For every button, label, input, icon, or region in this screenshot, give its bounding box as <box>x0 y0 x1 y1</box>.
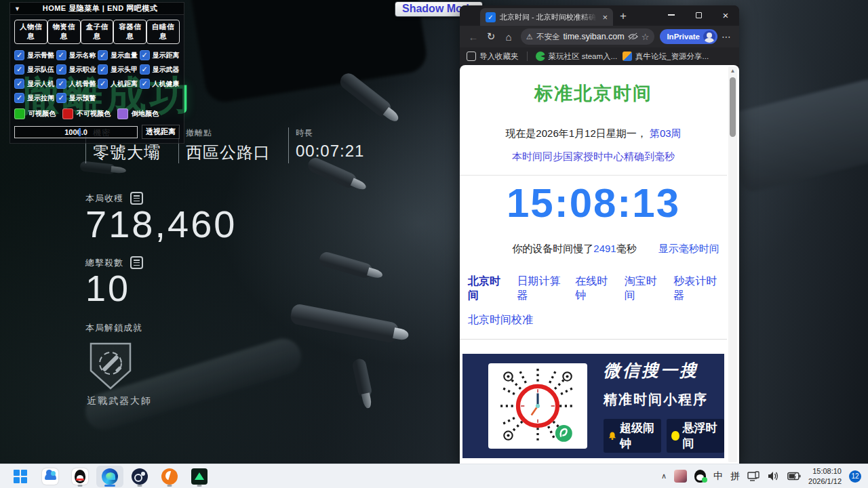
checkbox-checked-icon[interactable] <box>140 50 150 60</box>
bookmark-zhenniu[interactable]: 真牛论坛_资源分享... <box>623 52 709 62</box>
taskbar-cloud-app[interactable] <box>37 466 64 487</box>
refresh-icon[interactable]: ↻ <box>483 30 499 43</box>
taskbar-edge-app[interactable] <box>96 466 123 487</box>
checkbox-show-name[interactable]: 显示名称 <box>56 50 97 60</box>
tray-avatar-icon[interactable] <box>674 470 687 483</box>
new-tab-button[interactable]: + <box>620 9 627 23</box>
battery-icon[interactable] <box>787 472 801 481</box>
checkbox-show-team[interactable]: 显示队伍 <box>14 64 55 75</box>
checkbox-bot-health[interactable]: 人机健康 <box>140 79 180 89</box>
nav-beijing-time[interactable]: 北京时间 <box>468 274 504 303</box>
checkbox-bot-distance[interactable]: 人机距离 <box>98 79 138 89</box>
ime-language-indicator[interactable]: 中 <box>713 470 723 483</box>
show-ms-link[interactable]: 显示毫秒时间 <box>658 243 719 256</box>
checkbox-checked-icon[interactable] <box>140 79 150 89</box>
checkbox-show-distance[interactable]: 显示距离 <box>140 50 180 60</box>
checkbox-checked-icon[interactable] <box>98 64 108 75</box>
checkbox-show-class[interactable]: 显示职业 <box>56 64 97 75</box>
downed-color-swatch[interactable] <box>117 108 128 119</box>
visible-color-setting[interactable]: 可视颜色 <box>14 108 56 119</box>
minimize-button[interactable] <box>658 5 685 24</box>
checkbox-checked-icon[interactable] <box>14 79 24 89</box>
hud-evac-point: 撤離點 西區公路口 <box>178 127 288 163</box>
checkbox-bot-bones[interactable]: 人机骨骼 <box>56 79 97 89</box>
home-icon[interactable]: ⌂ <box>500 31 517 43</box>
wechat-qr-banner[interactable]: 微信搜一搜 精准时间小程序 超级闹钟 <box>462 354 724 458</box>
details-list-icon[interactable] <box>130 256 143 269</box>
checkbox-checked-icon[interactable] <box>14 64 24 75</box>
url-text[interactable]: time.syiban.com <box>563 32 624 41</box>
nav-online-clock[interactable]: 在线时钟 <box>575 274 611 303</box>
tab-box-info[interactable]: 盒子信息 <box>81 20 114 44</box>
checkbox-show-bones[interactable]: 显示骨骼 <box>14 50 55 60</box>
tray-overflow-chevron[interactable]: ∧ <box>661 472 667 481</box>
collapse-icon[interactable]: ▼ <box>14 5 20 12</box>
favorite-star-icon[interactable]: ☆ <box>642 32 650 42</box>
taskbar-accelerator-app[interactable] <box>186 466 213 487</box>
checkbox-checked-icon[interactable] <box>14 50 24 60</box>
clock-display: 15:08:13 <box>460 180 727 226</box>
slider-thumb[interactable] <box>79 128 81 136</box>
checkbox-checked-icon[interactable] <box>98 50 108 60</box>
visible-color-swatch[interactable] <box>14 108 25 119</box>
checkbox-checked-icon[interactable] <box>56 79 66 89</box>
invisible-color-setting[interactable]: 不可视颜色 <box>62 108 111 119</box>
media-eye-off-icon[interactable] <box>628 33 638 41</box>
nav-taobao-time[interactable]: 淘宝时间 <box>625 274 660 303</box>
taskbar-steam-app[interactable] <box>126 466 153 487</box>
tab-aimbot-info[interactable]: 自瞄信息 <box>146 20 180 44</box>
bookmark-caiwan[interactable]: 菜玩社区 steam入... <box>536 52 618 62</box>
back-icon[interactable]: ← <box>465 31 481 43</box>
settings-more-icon[interactable]: ⋯ <box>719 31 734 42</box>
alarm-chip: 超级闹钟 <box>604 419 661 453</box>
close-button[interactable]: × <box>712 5 739 24</box>
tray-clock[interactable]: 15:08:10 2026/1/12 <box>808 466 842 486</box>
menu-header[interactable]: ▼ HOME 显隐菜单 | END 网吧模式 <box>10 3 184 15</box>
browser-tab[interactable]: 北京时间 - 北京时间校准精确到毫 × <box>480 8 613 26</box>
import-favorites-button[interactable]: 导入收藏夹 <box>467 52 519 62</box>
tab-character-info[interactable]: 人物信息 <box>14 20 47 44</box>
checkbox-checked-icon[interactable] <box>140 64 150 75</box>
nav-date-calculator[interactable]: 日期计算器 <box>517 274 562 303</box>
sync-link[interactable]: 本时间同步国家授时中心精确到毫秒 <box>460 150 727 163</box>
tab-favicon <box>486 12 496 22</box>
achievement-unlocked: 本局解鎖成就 近戰武器大師 <box>85 322 152 407</box>
scroll-up-arrow[interactable]: ▲ <box>728 66 737 74</box>
downed-color-setting[interactable]: 倒地颜色 <box>117 108 159 119</box>
tray-qq-icon[interactable] <box>694 470 706 483</box>
checkbox-checked-icon[interactable] <box>56 64 66 75</box>
menu-color-row: 可视颜色 不可视颜色 倒地颜色 <box>10 104 184 122</box>
checkbox-checked-icon[interactable] <box>56 93 66 103</box>
checkbox-show-weapon[interactable]: 显示武器 <box>140 64 180 75</box>
checkbox-checked-icon[interactable] <box>14 93 24 103</box>
bookmark-divider <box>527 52 528 61</box>
checkbox-show-bots[interactable]: 显示人机 <box>14 79 55 89</box>
checkbox-checked-icon[interactable] <box>56 50 66 60</box>
nav-stopwatch[interactable]: 秒表计时器 <box>673 274 719 303</box>
nav-time-calibration[interactable]: 北京时间校准 <box>460 313 727 327</box>
notification-count-badge[interactable]: 12 <box>849 470 861 483</box>
scrollbar-thumb[interactable] <box>730 77 736 137</box>
start-button[interactable] <box>7 466 34 487</box>
page-scrollbar[interactable]: ▲ <box>728 66 737 462</box>
address-bar[interactable]: ⚠ 不安全 time.syiban.com ☆ <box>521 28 654 45</box>
taskbar-booster-app[interactable] <box>156 466 183 487</box>
checkbox-show-warning[interactable]: 显示预警 <box>56 93 97 103</box>
invisible-color-swatch[interactable] <box>62 108 73 119</box>
week-link[interactable]: 第03周 <box>650 127 682 139</box>
esp-distance-slider[interactable]: 1000.0 <box>14 126 138 138</box>
inprivate-badge[interactable]: InPrivate <box>660 29 717 44</box>
checkbox-checked-icon[interactable] <box>98 79 108 89</box>
checkbox-show-health[interactable]: 显示血量 <box>98 50 138 60</box>
checkbox-show-armor[interactable]: 显示头甲 <box>98 64 138 75</box>
maximize-button[interactable] <box>685 5 712 24</box>
cast-device-icon[interactable] <box>747 471 760 482</box>
checkbox-show-bolt[interactable]: 显示拉闸 <box>14 93 55 103</box>
volume-icon[interactable] <box>768 471 780 481</box>
tab-loot-info[interactable]: 物资信息 <box>47 20 81 44</box>
taskbar-qq-app[interactable] <box>66 466 94 487</box>
tab-close-icon[interactable]: × <box>601 12 609 22</box>
bell-icon <box>608 430 616 441</box>
ime-mode-indicator[interactable]: 拼 <box>730 470 740 483</box>
tab-container-info[interactable]: 容器信息 <box>113 20 146 44</box>
